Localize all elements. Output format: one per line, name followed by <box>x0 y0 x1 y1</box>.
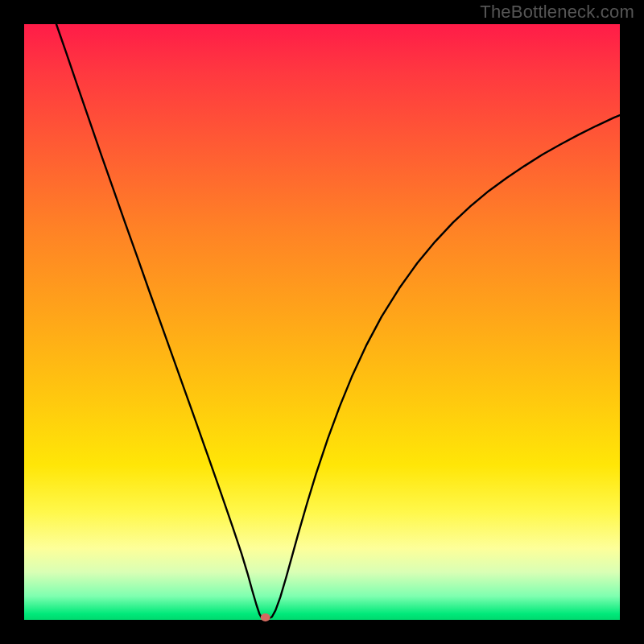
notch-marker <box>261 613 270 621</box>
chart-stage: TheBottleneck.com <box>0 0 644 644</box>
bottleneck-curve <box>56 24 620 619</box>
chart-svg <box>24 24 620 620</box>
plot-area <box>24 24 620 620</box>
watermark-text: TheBottleneck.com <box>480 2 634 23</box>
